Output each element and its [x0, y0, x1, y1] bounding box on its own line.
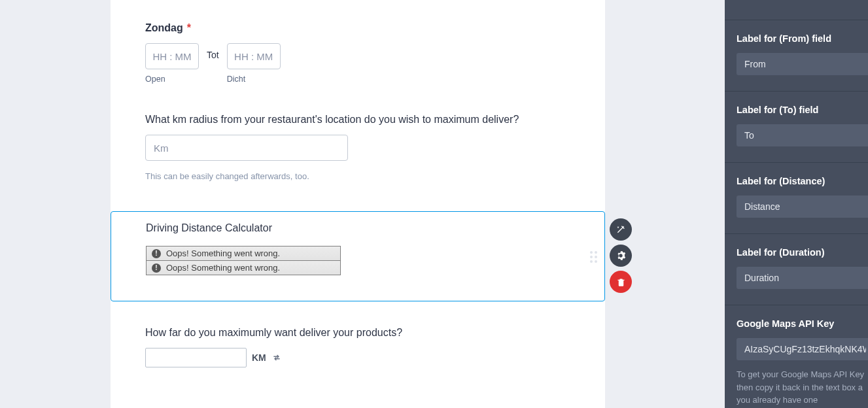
zondag-label-text: Zondag — [145, 22, 183, 34]
duration-label: Label for (Duration) — [737, 247, 868, 258]
open-time-placeholder: HH : MM — [152, 51, 191, 62]
close-time-placeholder: HH : MM — [234, 51, 273, 62]
howfar-section: How far do you maximumly want deliver yo… — [145, 327, 570, 367]
widget-title: Driving Distance Calculator — [146, 222, 570, 234]
widget-error-text-2: Oops! Something went wrong. — [166, 263, 280, 273]
apikey-help: To get your Google Maps API Key then cop… — [737, 368, 868, 407]
sidebar-top-spacer — [725, 0, 868, 20]
driving-distance-widget[interactable]: Driving Distance Calculator ! Oops! Some… — [111, 211, 605, 301]
distance-group: Label for (Distance) — [725, 162, 868, 233]
close-time-col: HH : MM Dicht — [227, 43, 281, 84]
tot-label: Tot — [207, 43, 219, 60]
zondag-label: Zondag * — [145, 22, 570, 34]
duration-group: Label for (Duration) — [725, 233, 868, 305]
zondag-time-row: HH : MM Open Tot HH : MM Dicht — [145, 43, 570, 84]
radius-help: This can be easily changed afterwards, t… — [145, 171, 570, 181]
properties-sidebar: Label for (From) field Label for (To) fi… — [725, 0, 868, 408]
duration-input[interactable] — [737, 267, 868, 289]
to-label: Label for (To) field — [737, 105, 868, 115]
zondag-section: Zondag * HH : MM Open Tot HH : MM Dicht — [111, 22, 605, 84]
from-input[interactable] — [737, 53, 868, 75]
widget-error-row-1: ! Oops! Something went wrong. — [146, 246, 341, 260]
error-icon: ! — [152, 249, 161, 258]
from-label: Label for (From) field — [737, 33, 868, 44]
howfar-row: KM — [145, 348, 570, 367]
magic-button[interactable] — [610, 218, 632, 241]
drag-handle[interactable] — [590, 251, 599, 263]
widget-error-row-2: ! Oops! Something went wrong. — [146, 260, 341, 275]
required-mark: * — [187, 22, 191, 34]
distance-input[interactable] — [737, 196, 868, 218]
delete-button[interactable] — [610, 271, 632, 293]
radius-section: What km radius from your restaurant's lo… — [111, 114, 605, 181]
to-input[interactable] — [737, 124, 868, 146]
widget-error-text-1: Oops! Something went wrong. — [166, 248, 280, 258]
howfar-question: How far do you maximumly want deliver yo… — [145, 327, 570, 339]
open-time-input[interactable]: HH : MM — [145, 43, 199, 69]
apikey-label: Google Maps API Key — [737, 318, 868, 329]
close-time-input[interactable]: HH : MM — [227, 43, 281, 69]
radius-input[interactable] — [145, 135, 348, 161]
widget-actions — [610, 218, 632, 293]
howfar-input[interactable] — [145, 348, 247, 367]
close-sublabel: Dicht — [227, 75, 281, 84]
form-canvas: Zondag * HH : MM Open Tot HH : MM Dicht — [0, 0, 725, 408]
distance-label: Label for (Distance) — [737, 176, 868, 186]
swap-icon[interactable] — [271, 353, 282, 362]
error-icon: ! — [152, 264, 161, 273]
howfar-unit: KM — [252, 352, 266, 363]
to-group: Label for (To) field — [725, 91, 868, 162]
open-time-col: HH : MM Open — [145, 43, 199, 84]
apikey-group: Google Maps API Key To get your Google M… — [725, 305, 868, 408]
radius-question: What km radius from your restaurant's lo… — [145, 114, 570, 126]
from-group: Label for (From) field — [725, 20, 868, 91]
open-sublabel: Open — [145, 75, 199, 84]
apikey-input[interactable] — [737, 338, 868, 360]
settings-button[interactable] — [610, 245, 632, 267]
